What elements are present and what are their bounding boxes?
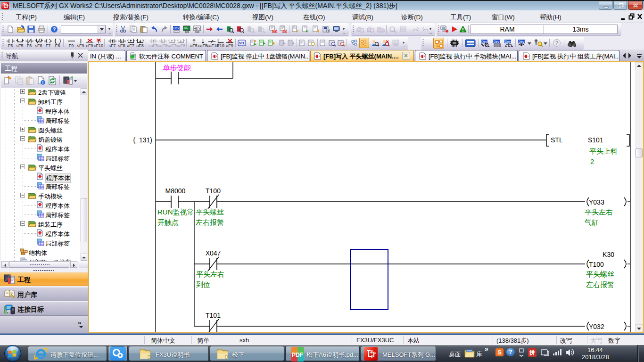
svg-text:平头左右: 平头左右 xyxy=(585,208,613,216)
svg-text:开触点: 开触点 xyxy=(157,218,179,226)
svg-text:T100: T100 xyxy=(589,261,604,268)
svg-text:M8000: M8000 xyxy=(165,187,186,195)
svg-text:平头螺丝: 平头螺丝 xyxy=(196,208,224,216)
svg-text:RUN监视常: RUN监视常 xyxy=(157,208,194,216)
svg-text:Y032: Y032 xyxy=(589,323,604,330)
svg-text:Y033: Y033 xyxy=(589,198,604,206)
svg-text:平头左右: 平头左右 xyxy=(196,270,224,278)
svg-text:Dev: Dev xyxy=(505,40,511,43)
svg-text:HKY: HKY xyxy=(193,27,200,30)
svg-text:PDF: PDF xyxy=(292,352,303,358)
svg-text:T100: T100 xyxy=(206,187,221,195)
svg-text:左右报警: 左右报警 xyxy=(196,218,224,226)
svg-text:S101: S101 xyxy=(588,136,603,144)
svg-text:?: ? xyxy=(53,26,56,32)
svg-text:气缸: 气缸 xyxy=(584,218,599,226)
svg-text:Dev: Dev xyxy=(282,29,288,33)
svg-text:2: 2 xyxy=(590,157,594,165)
svg-text:?: ? xyxy=(555,41,558,46)
svg-text:左右报警: 左右报警 xyxy=(586,280,614,288)
svg-text:K30: K30 xyxy=(603,251,614,258)
svg-text:X047: X047 xyxy=(206,249,221,257)
svg-text:STL: STL xyxy=(551,136,563,144)
svg-text:到位: 到位 xyxy=(196,280,210,288)
svg-text:平头螺丝: 平头螺丝 xyxy=(586,270,614,278)
svg-text:Dev: Dev xyxy=(272,29,277,33)
svg-text:Dev: Dev xyxy=(173,26,179,30)
svg-text:Dev: Dev xyxy=(519,40,525,43)
svg-text:Dev: Dev xyxy=(494,40,500,43)
svg-text:( 131): ( 131) xyxy=(133,136,152,144)
svg-text:单步使能: 单步使能 xyxy=(163,64,191,72)
svg-text:平头上料: 平头上料 xyxy=(589,147,618,155)
svg-text:STL: STL xyxy=(239,41,245,45)
svg-text:T101: T101 xyxy=(206,312,221,319)
